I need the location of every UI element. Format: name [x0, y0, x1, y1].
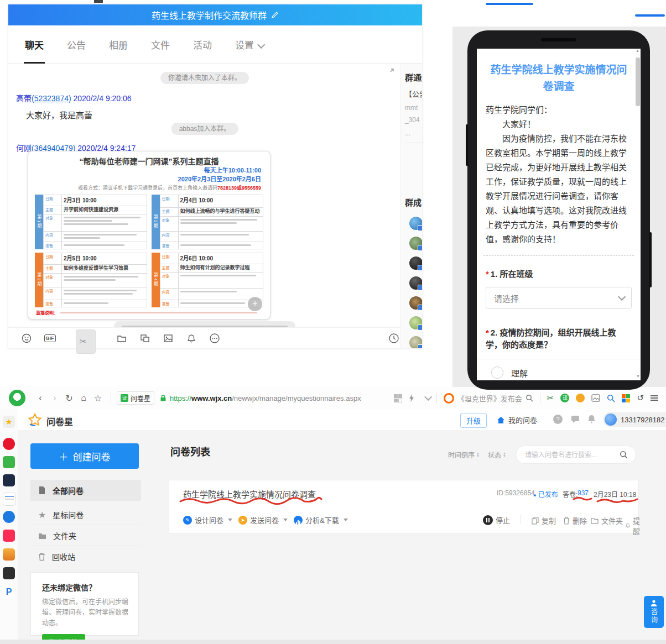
sender-qq-link[interactable]: (52323874) — [32, 94, 71, 103]
chevron-down-icon[interactable] — [424, 393, 432, 401]
poster-dates: 2020年2月3日至2020年2月6日 — [78, 175, 261, 184]
browser-logo[interactable] — [9, 390, 25, 406]
tab-announcement[interactable]: 公告 — [67, 38, 86, 51]
delete-button[interactable]: 删除 — [563, 515, 587, 526]
consult-floating-button[interactable]: 咨询 — [644, 596, 664, 628]
member-avatar[interactable] — [409, 296, 422, 310]
upgrade-button[interactable]: 升级 — [460, 413, 487, 428]
member-avatar[interactable] — [409, 276, 422, 290]
stop-button[interactable]: 停止 — [483, 515, 510, 525]
scrollbar-thumb[interactable] — [636, 57, 640, 106]
game-icon-dark[interactable] — [3, 567, 15, 579]
sidebar-item-folders[interactable]: 文件夹 — [30, 525, 141, 546]
bell-icon[interactable] — [185, 332, 197, 344]
find-icon[interactable] — [607, 394, 615, 402]
menu-hamburger-icon[interactable] — [651, 394, 658, 402]
search-icon[interactable] — [620, 451, 628, 459]
favorites-star-icon[interactable]: ★ — [3, 416, 15, 428]
back-button[interactable]: ‹ — [33, 393, 48, 403]
site-verified-badge[interactable]: 证 问卷星 — [117, 391, 154, 405]
home-button[interactable]: ⌂ — [76, 393, 91, 403]
document-icon[interactable] — [3, 493, 16, 506]
screenshot-scissors-icon[interactable]: ✂ — [76, 329, 96, 354]
sort-by-status[interactable]: 状态▲▼ — [488, 450, 506, 459]
sidebar-item-starred[interactable]: ★ 星标问卷 — [30, 504, 141, 525]
image-icon[interactable] — [162, 332, 174, 344]
xiaohongshu-icon[interactable] — [3, 530, 15, 542]
scroll-up-icon[interactable]: ▲ — [635, 49, 640, 53]
qr-code-icon[interactable] — [394, 394, 402, 402]
search-icon[interactable] — [525, 394, 533, 402]
design-survey-button[interactable]: ✎ 设计问卷 — [183, 515, 232, 525]
member-avatar[interactable] — [409, 217, 422, 230]
survey-intro: 药生学院同学们： 大家好！ 因为疫情防控，我们不能在浔东校区教室相见。本学期第一… — [486, 103, 632, 247]
invite-codes: 7828139或9556559 — [217, 185, 261, 191]
refresh-button[interactable]: ↻ — [62, 393, 76, 404]
notice-tag[interactable]: 【公告】 — [405, 88, 422, 99]
snapshot-icon[interactable] — [591, 394, 600, 402]
radio-icon[interactable] — [491, 366, 503, 379]
survey-search-box[interactable] — [516, 446, 636, 464]
screen-share-icon[interactable] — [139, 332, 151, 344]
analyze-download-button[interactable]: 分析&下载 — [294, 515, 348, 525]
edit-title-icon[interactable] — [271, 11, 279, 19]
sidebar-item-all-surveys[interactable]: 全部问卷 — [30, 480, 141, 501]
wjx-logo-icon[interactable] — [28, 413, 42, 427]
search-input[interactable] — [524, 451, 615, 459]
apps-grid-icon[interactable] — [622, 394, 630, 402]
tab-album[interactable]: 相册 — [109, 38, 128, 51]
shared-poster-image[interactable]: “帮助每位老师建一门网课”系列主题直播 每天上午10:00-11:00 2020… — [28, 151, 270, 320]
zoom-in-icon[interactable]: + — [248, 297, 262, 311]
chat-app-icon[interactable] — [3, 511, 15, 523]
tab-activity[interactable]: 活动 — [193, 38, 212, 51]
address-url[interactable]: https://www.wjx.cn/newwjx/manage/myquest… — [170, 394, 361, 402]
sender-name[interactable]: 高蕾 — [16, 94, 32, 103]
member-avatar[interactable] — [409, 256, 422, 270]
forward-button[interactable]: › — [48, 393, 62, 403]
help-icon[interactable]: ? — [553, 415, 563, 424]
tab-chat[interactable]: 聊天 — [25, 38, 44, 51]
expand-chat-icon[interactable] — [387, 68, 394, 76]
game-icon-orange[interactable] — [3, 548, 15, 561]
notification-bell-icon[interactable] — [587, 415, 596, 423]
qq-chat-area: 你邀请木虫加入了本群。 高蕾(52323874) 2020/2/4 9:20:0… — [8, 64, 401, 328]
copy-icon — [532, 517, 539, 525]
feedback-icon[interactable] — [571, 415, 580, 423]
send-survey-button[interactable]: ➤ 发送问卷 — [238, 515, 288, 525]
class-select[interactable]: 请选择 — [486, 287, 632, 309]
member-avatar[interactable] — [409, 316, 422, 329]
scrollbar[interactable]: ▲ ▼ — [635, 49, 640, 380]
shield-extension-icon[interactable] — [576, 394, 585, 402]
more-options-icon[interactable] — [209, 332, 221, 344]
remind-button[interactable]: 提醒 — [626, 515, 642, 536]
history-restore-icon[interactable]: ↺ — [637, 393, 644, 403]
message-time: 2020/2/4 9:20:06 — [74, 94, 132, 103]
favorite-star-button[interactable]: ☆ — [91, 393, 105, 404]
my-surveys-link[interactable]: 我的问卷 — [497, 415, 537, 425]
move-to-folder-button[interactable]: 文件夹 — [591, 515, 623, 526]
tab-files[interactable]: 文件 — [151, 38, 170, 51]
app-icon-dark[interactable] — [3, 474, 15, 486]
browser-search-box[interactable]: 《坦克世界》发布会 — [444, 393, 533, 404]
scroll-down-icon[interactable]: ▼ — [636, 374, 640, 378]
tab-settings[interactable]: 设置 — [235, 38, 263, 51]
copy-button[interactable]: 复制 — [532, 515, 556, 526]
screenshot-tool-icon[interactable]: ✂ — [547, 393, 554, 403]
sidebar-item-trash[interactable]: 回收站 — [30, 546, 141, 567]
weibo-icon[interactable] — [3, 438, 15, 450]
account-menu[interactable]: 13317928182 — [603, 412, 666, 427]
sort-by-time[interactable]: 时间倒序▲▼ — [448, 450, 480, 459]
p-app-icon[interactable]: P — [3, 586, 15, 598]
mail-icon[interactable] — [3, 456, 15, 468]
member-avatar[interactable] — [409, 336, 422, 348]
wjx-brand[interactable]: 问卷星 — [46, 415, 73, 428]
lightning-icon[interactable] — [409, 394, 414, 402]
send-file-folder-icon[interactable] — [116, 332, 128, 344]
option-understand[interactable]: 理解 — [477, 359, 641, 380]
translate-extension-icon[interactable]: 译 — [560, 394, 569, 402]
emoji-icon[interactable] — [20, 332, 33, 344]
gif-icon[interactable]: GIF — [44, 332, 56, 344]
create-survey-button[interactable]: ＋ 创建问卷 — [30, 443, 139, 469]
member-avatar[interactable] — [409, 237, 422, 250]
message-history-clock-icon[interactable] — [388, 332, 400, 344]
